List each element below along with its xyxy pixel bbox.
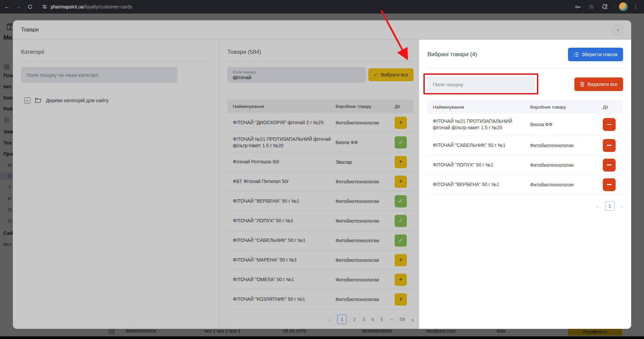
product-name: ФІТОЧАЙ "САБЕЛЬНИК" 50 г №1: [233, 237, 336, 244]
divider: [21, 61, 211, 62]
back-button[interactable]: ←: [1, 1, 13, 13]
table-row: ФІТОЧАЙ №21 ПРОТИЗАПАЛЬНИЙ фіточай фільт…: [427, 114, 623, 136]
table-row: ФБТ Фіточай Пятипал 50г Фитобиотехнологи…: [227, 172, 414, 191]
password-key-icon[interactable]: [572, 1, 584, 13]
page-button[interactable]: 1: [605, 201, 615, 211]
selected-table: Найменування Виробник товару Дії ФІТОЧАЙ…: [427, 100, 623, 195]
chevron-left-icon[interactable]: ‹: [596, 203, 598, 209]
col-header-manufacturer: Виробник товару: [336, 104, 395, 109]
products-modal: Товари × Категорії + Дерево категорій дл…: [13, 20, 631, 329]
tree-root-label: Дерево категорій для сайту: [46, 98, 108, 103]
product-name: ФБТ Фіточай Пятипал 50г: [233, 178, 336, 185]
profile-avatar[interactable]: [619, 2, 628, 11]
url-host: pharmapoint.ua: [51, 4, 83, 9]
page-ellipsis: •••: [390, 317, 394, 321]
delete-all-button[interactable]: Видалити все: [574, 77, 623, 91]
add-product-button[interactable]: [395, 254, 407, 266]
page-button[interactable]: 5: [380, 317, 383, 322]
col-header-manufacturer: Виробник товару: [530, 105, 603, 110]
remove-product-button[interactable]: [603, 159, 616, 172]
page-button[interactable]: 4: [371, 317, 374, 322]
table-row: ФІТОЧАЙ "САБЕЛЬНИК" 50 г №1 Фитобиотехно…: [427, 136, 623, 155]
product-name: ФІТОЧАЙ "КОЗЛЯТНИК" 50 г №1: [233, 296, 336, 302]
add-product-button[interactable]: [395, 156, 407, 168]
chevron-left-icon[interactable]: ‹: [329, 316, 331, 323]
products-search-input[interactable]: Поле пошуку: [227, 67, 366, 83]
forward-button[interactable]: →: [13, 1, 24, 13]
products-table: Найменування Виробник товару Дії ФІТОЧАЙ…: [227, 99, 414, 309]
remove-product-button[interactable]: [603, 178, 616, 191]
trash-icon: [580, 82, 585, 87]
toolbar-separator: [615, 4, 615, 10]
tree-expand-icon[interactable]: +: [24, 97, 30, 104]
product-manufacturer: Фитобиотехнологии: [336, 238, 395, 243]
table-row: ФІТОЧАЙ "КОЗЛЯТНИК" 50 г №1 Фитобиотехно…: [227, 290, 414, 309]
col-header-name: Найменування: [233, 103, 336, 110]
product-selected-button[interactable]: [395, 215, 407, 227]
table-row: ФІТОЧАЙ "ЛОПУХ" 50 г №1 Фитобиотехнологи…: [427, 155, 623, 175]
product-name: ФІТОЧАЙ №21 ПРОТИЗАПАЛЬНИЙ фіточай фільт…: [433, 118, 530, 131]
product-manufacturer: Фитобиотехнологии: [336, 199, 395, 204]
bookmark-star-icon[interactable]: ☆: [586, 1, 597, 13]
add-product-button[interactable]: [395, 117, 407, 129]
table-header: Найменування Виробник товару Дії: [227, 99, 414, 113]
category-search-input[interactable]: [21, 67, 177, 83]
remove-product-button[interactable]: [603, 139, 616, 152]
address-bar[interactable]: pharmapoint.ua/loyalty/customer-cards: [42, 2, 132, 12]
chevron-right-icon[interactable]: ›: [412, 316, 414, 323]
modal-header: Товари ×: [13, 20, 631, 40]
product-name: ФІТОЧАЙ "ВЕРБЕНА" 50 г №1: [233, 198, 336, 204]
category-tree-root[interactable]: + Дерево категорій для сайту: [21, 97, 211, 104]
product-manufacturer: Фитобиотехнологии: [530, 182, 603, 187]
page-button[interactable]: 1: [337, 315, 347, 324]
product-manufacturer: Фитобиотехнологии: [530, 143, 603, 148]
url-path: /loyalty/customer-cards: [83, 4, 132, 9]
products-pagination: ‹ 1 2 3 4 5 ••• 59 ›: [227, 315, 414, 324]
product-selected-button[interactable]: [395, 136, 407, 149]
product-selected-button[interactable]: [395, 234, 407, 247]
products-title: Товари (584): [227, 48, 414, 56]
col-header-actions: Дії: [603, 105, 618, 110]
product-name: ФІТОЧАЙ "ДИОСКОРІЯ" фіточай 2 г №25: [233, 119, 336, 126]
select-all-button[interactable]: ✓ Вибрати все: [368, 68, 414, 81]
table-row: ФІТОЧАЙ "ДИОСКОРІЯ" фіточай 2 г №25 Фито…: [227, 113, 414, 133]
refresh-button[interactable]: [24, 1, 36, 13]
folder-open-icon: [35, 97, 42, 104]
add-product-button[interactable]: [395, 293, 407, 306]
save-list-button[interactable]: Зберегти список: [568, 48, 623, 61]
product-name: Фіточай Реп'яшок 50г: [233, 159, 336, 165]
product-manufacturer: Виола ФФ: [336, 140, 395, 145]
add-product-button[interactable]: [395, 274, 407, 286]
modal-title: Товари: [21, 27, 39, 33]
browser-menu-icon[interactable]: ⋮: [630, 1, 641, 13]
table-row: ФІТОЧАЙ №21 ПРОТИЗАПАЛЬНИЙ фіточай фільт…: [227, 133, 414, 152]
remove-product-button[interactable]: [603, 118, 616, 131]
selected-search-input[interactable]: [427, 76, 535, 92]
col-header-actions: Дії: [395, 104, 408, 109]
page-button[interactable]: 2: [353, 317, 356, 322]
product-name: ФІТОЧАЙ "САБЕЛЬНИК" 50 г №1: [433, 142, 530, 149]
selected-pagination: ‹ 1 ›: [427, 201, 623, 211]
table-row: ФІТОЧАЙ "ОМЕЛА" 50 г №1 Фитобиотехнологи…: [227, 270, 414, 290]
close-icon[interactable]: ×: [613, 25, 623, 35]
product-manufacturer: Фитобиотехнологии: [336, 218, 395, 224]
table-row: ФІТОЧАЙ "ВЕРБЕНА" 50 г №1 Фитобиотехноло…: [427, 175, 623, 195]
page-button[interactable]: 3: [362, 317, 365, 322]
page-button[interactable]: 59: [400, 317, 405, 322]
product-manufacturer: Фитобиотехнологии: [336, 179, 395, 184]
products-search-value[interactable]: [233, 74, 361, 80]
table-row: ФІТОЧАЙ "МАРЕНА" 50 г №1 Фитобиотехнолог…: [227, 250, 414, 270]
table-row: ФІТОЧАЙ "САБЕЛЬНИК" 50 г №1 Фитобиотехно…: [227, 231, 414, 250]
categories-column: Категорії + Дерево категорій для сайту: [13, 40, 219, 329]
extensions-icon[interactable]: [599, 1, 611, 13]
chevron-right-icon[interactable]: ›: [621, 203, 623, 209]
product-selected-button[interactable]: [395, 195, 407, 207]
table-row: Фіточай Реп'яшок 50г Эвалар: [227, 152, 414, 172]
product-name: ФІТОЧАЙ "МАРЕНА" 50 г №1: [233, 257, 336, 263]
add-product-button[interactable]: [395, 176, 407, 188]
site-settings-icon[interactable]: [42, 4, 47, 9]
product-name: ФІТОЧАЙ №21 ПРОТИЗАПАЛЬНИЙ фіточай фільт…: [233, 136, 336, 149]
col-header-name: Найменування: [433, 104, 530, 110]
selected-products-panel: Вибрані товари (4) Зберегти список: [419, 40, 631, 329]
products-column: Товари (584) Поле пошуку ✓ Вибрати все Н…: [219, 40, 419, 329]
